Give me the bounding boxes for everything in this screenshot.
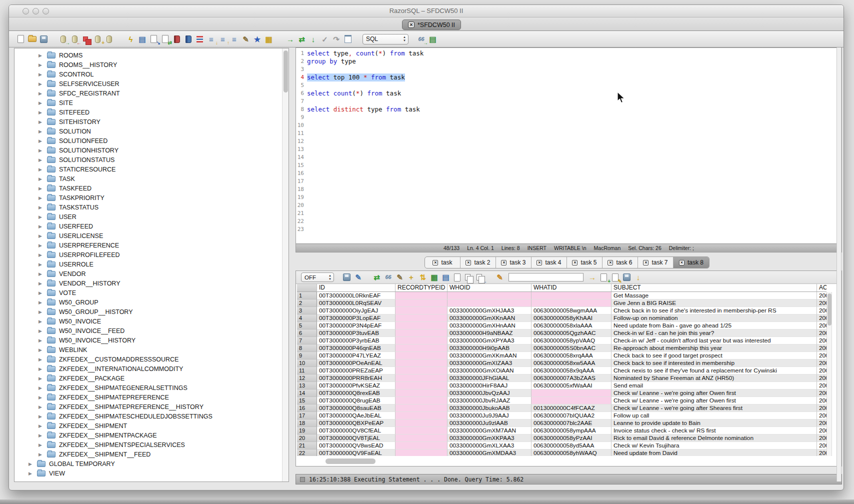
tree-item-taskfeed[interactable]: ▶TASKFEED: [14, 184, 288, 193]
results-search-input[interactable]: [508, 273, 584, 282]
tree-item-userlicense[interactable]: ▶USERLICENSE: [14, 231, 288, 240]
cell-id[interactable]: 00T3000000QV8wsEAD: [317, 442, 396, 450]
cell-id[interactable]: 00T3000000P3N4pEAF: [317, 322, 396, 330]
result-tab-task-4[interactable]: ×task 4: [532, 257, 567, 268]
create-object-icon[interactable]: +: [92, 34, 103, 44]
tree-item-sitehistory[interactable]: ▶SITEHISTORY: [14, 117, 288, 126]
disclosure-triangle-icon[interactable]: ▶: [28, 471, 34, 476]
tree-item-rooms[interactable]: ▶ROOMS: [14, 50, 288, 60]
cell-subject[interactable]: Invoice status check - check w/ RS first: [612, 427, 817, 434]
disclosure-triangle-icon[interactable]: ▶: [38, 224, 44, 229]
cell-subject[interactable]: Check w/ Kevin Tsujihara: [612, 442, 817, 450]
editor-line[interactable]: 13: [296, 146, 842, 154]
cell-num[interactable]: 14: [297, 390, 317, 397]
cell-whoid[interactable]: 0033000000JFhGlAAL: [448, 374, 532, 382]
tree-item-w50-group[interactable]: ▶W50_GROUP: [14, 298, 288, 307]
editor-line[interactable]: 4select top 100 * from task: [296, 74, 842, 82]
disclosure-triangle-icon[interactable]: ▶: [38, 148, 44, 153]
column-header-whatid[interactable]: WHATID: [532, 284, 612, 292]
reference-book-icon[interactable]: [172, 34, 182, 44]
cell-id[interactable]: 00T3000000Q8rexEAB: [317, 390, 396, 397]
disclosure-triangle-icon[interactable]: ▶: [28, 462, 34, 466]
editor-line[interactable]: 10: [296, 122, 842, 130]
editor-line[interactable]: 19: [296, 194, 842, 202]
tree-item-rooms-history[interactable]: ▶ROOMS__HISTORY: [14, 60, 288, 70]
cell-subject[interactable]: Rick to email David & reference Delmonte…: [612, 434, 817, 442]
table-row[interactable]: 800T3000000P46qnEAB0033000000H9i0pAAB006…: [297, 344, 826, 352]
cell-id[interactable]: 00T3000000L0RknEAF: [317, 292, 396, 300]
results-horizontal-scrollbar[interactable]: [298, 458, 824, 464]
filter-results-icon[interactable]: ✎: [353, 272, 364, 283]
results-grid-icon[interactable]: ▤: [428, 34, 438, 44]
cell-whoid[interactable]: 0033000000Ju9zlAAB: [448, 420, 532, 427]
disclosure-triangle-icon[interactable]: ▶: [38, 234, 44, 238]
sort-rows-icon[interactable]: ⇅: [418, 272, 428, 283]
table-row[interactable]: 1600T3000000Q8sauEAB0033000000JbukoAAB00…: [297, 404, 826, 412]
cell-subject[interactable]: Nominated by Shane Freeman at ANZ (HR50): [612, 374, 817, 382]
rollback-icon[interactable]: ↷: [331, 34, 342, 44]
table-row[interactable]: 200T3000000L0RqSEAVGive Jenn a BIG RAISE…: [297, 300, 826, 307]
cell-ac[interactable]: 200: [817, 450, 826, 456]
cell-subject[interactable]: Need update from Bain - gave go ahead 1/…: [612, 322, 817, 330]
editor-line[interactable]: 5: [296, 82, 842, 90]
cell-whoid[interactable]: 0033000000GmXKnAAN: [448, 314, 532, 322]
stepper-icon[interactable]: ▲▼: [403, 36, 406, 42]
result-tab-task-2[interactable]: ×task 2: [460, 257, 496, 268]
cell-whoid[interactable]: [448, 300, 532, 307]
disclosure-triangle-icon[interactable]: ▶: [38, 281, 44, 286]
tree-item-scontrol[interactable]: ▶SCONTROL: [14, 70, 288, 79]
cell-recordtypeid[interactable]: [396, 450, 448, 456]
cell-num[interactable]: 17: [297, 412, 317, 420]
tree-item-solutionhistory[interactable]: ▶SOLUTIONHISTORY: [14, 146, 288, 155]
cell-ac[interactable]: 200: [817, 367, 826, 374]
cell-id[interactable]: 00T3000000OiyJgEAJ: [317, 307, 396, 314]
tree-item-w50-invoice[interactable]: ▶W50_INVOICE: [14, 316, 288, 326]
cell-whoid[interactable]: 0033000000GmXPYAA3: [448, 337, 532, 344]
tree-item-zkfedex-shipmentspecialservices[interactable]: ▶ZKFEDEX__SHIPMENTSPECIALSERVICES: [14, 440, 288, 450]
table-row[interactable]: 500T3000000P3N4pEAF0033000000GmXHnAAN006…: [297, 322, 826, 330]
disclosure-triangle-icon[interactable]: ▶: [38, 205, 44, 210]
cell-whoid[interactable]: 0033000000GmXHnAAN: [448, 322, 532, 330]
table-row[interactable]: 1000T3000000POeAnEAL0033000000GmXIZAA300…: [297, 360, 826, 367]
disclosure-triangle-icon[interactable]: ▶: [38, 110, 44, 115]
help-book-icon[interactable]: [183, 34, 194, 44]
disclosure-triangle-icon[interactable]: ▶: [38, 338, 44, 343]
tree-item-site[interactable]: ▶SITE: [14, 98, 288, 108]
cell-recordtypeid[interactable]: [396, 307, 448, 314]
save-results-icon[interactable]: [342, 272, 352, 283]
tree-item-global-temporary[interactable]: ▶GLOBAL TEMPORARY: [14, 459, 288, 468]
cell-ac[interactable]: 200: [817, 307, 826, 314]
disclosure-triangle-icon[interactable]: ▶: [38, 319, 44, 324]
editor-line[interactable]: 14: [296, 154, 842, 162]
cell-id[interactable]: 00T3000000P3LopEAF: [317, 314, 396, 322]
disclosure-triangle-icon[interactable]: ▶: [38, 82, 44, 86]
cell-subject[interactable]: Check w/ Leanne - we're going after Owen…: [612, 397, 817, 404]
download-results-icon[interactable]: ↓: [633, 272, 644, 283]
tree-item-staticresource[interactable]: ▶STATICRESOURCE: [14, 164, 288, 174]
cell-whoid[interactable]: 0033000000GmXLXAA3: [448, 442, 532, 450]
cell-ac[interactable]: 200: [817, 390, 826, 397]
disclosure-triangle-icon[interactable]: ▶: [38, 452, 44, 457]
cell-num[interactable]: 5: [297, 322, 317, 330]
cell-ac[interactable]: 200: [817, 337, 826, 344]
cell-recordtypeid[interactable]: [396, 292, 448, 300]
disclosure-triangle-icon[interactable]: ▶: [38, 186, 44, 191]
cell-subject[interactable]: Need update from David: [612, 450, 817, 456]
cell-recordtypeid[interactable]: [396, 367, 448, 374]
export-page-icon[interactable]: ↘: [148, 34, 159, 44]
cell-id[interactable]: 00T3000000POeAnEAL: [317, 360, 396, 367]
tree-item-zkfedex-shipmentpackage[interactable]: ▶ZKFEDEX__SHIPMENTPACKAGE: [14, 430, 288, 440]
disclosure-triangle-icon[interactable]: ▶: [38, 72, 44, 77]
cell-num[interactable]: 22: [297, 450, 317, 456]
tree-item-task[interactable]: ▶TASK: [14, 174, 288, 184]
refresh-pages-icon[interactable]: ⇄: [160, 34, 170, 44]
view-row-icon[interactable]: 66: [383, 272, 394, 283]
column-header-ac[interactable]: AC: [817, 284, 826, 292]
disclosure-triangle-icon[interactable]: ▶: [38, 262, 44, 267]
cell-recordtypeid[interactable]: [396, 390, 448, 397]
disclosure-triangle-icon[interactable]: ▶: [38, 167, 44, 172]
disclosure-triangle-icon[interactable]: ▶: [38, 100, 44, 106]
cell-num[interactable]: 10: [297, 360, 317, 367]
cell-ac[interactable]: 200: [817, 360, 826, 367]
column-header-num[interactable]: [297, 284, 317, 292]
